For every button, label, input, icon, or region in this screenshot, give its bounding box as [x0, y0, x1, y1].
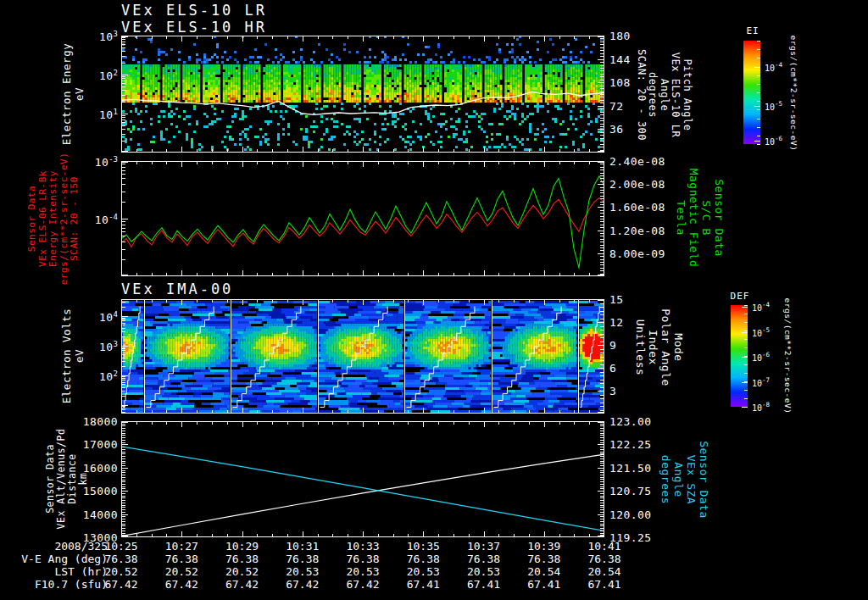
panel3-title: VEx IMA-00	[121, 282, 233, 297]
stat-value-0-1: 76.38	[156, 553, 207, 564]
colorbar-ei-minortick	[757, 101, 760, 102]
stat-value-1-8: 20.54	[579, 566, 630, 577]
stat-value-1-0: 20.52	[96, 566, 147, 577]
vex-quicklook-plot: VEx ELS-10 LR VEx ELS-10 HR VEx IMA-00 E…	[0, 0, 868, 600]
colorbar-def-majortick	[742, 307, 748, 308]
panel1-els-spectrogram-canvas	[121, 36, 604, 153]
colorbar-ei-minortick	[757, 41, 760, 42]
colorbar-def-minortick	[744, 398, 748, 399]
colorbar-ei-title: EI	[743, 26, 762, 36]
colorbar-def-majortick	[742, 382, 748, 383]
panel3-left-tick-0: 104	[99, 309, 118, 323]
colorbar-ei-majortick	[754, 141, 760, 142]
colorbar-def-minortick	[744, 322, 748, 323]
colorbar-def-minortick	[744, 331, 748, 331]
time-tick-label-5: 10:35	[398, 541, 448, 552]
panel1-left-tick-1: 102	[99, 68, 118, 81]
colorbar-ei-minortick	[757, 92, 760, 93]
colorbar-ei-minortick	[757, 127, 760, 128]
stat-value-0-7: 76.38	[519, 553, 570, 564]
stat-value-0-6: 76.38	[459, 553, 509, 564]
stat-value-2-1: 67.42	[156, 579, 207, 590]
panel4-right-tick-1: 122.25	[609, 439, 651, 450]
panel4-right-tick-2: 121.50	[609, 462, 651, 473]
time-tick-label-3: 10:31	[277, 541, 328, 552]
panel4-right-tick-3: 120.75	[609, 486, 651, 497]
panel1-left-tick-0: 103	[99, 29, 118, 42]
colorbar-ei-tick-label-2: 10-6	[765, 136, 782, 147]
stat-value-2-8: 67.41	[579, 579, 630, 590]
colorbar-ei-units: ergs/(cm**2-sr-sec-eV)	[789, 36, 798, 152]
stat-value-2-3: 67.42	[277, 579, 328, 590]
panel4-left-axis-label: Sensor Data VEx Alt/Venus/Pd Distance km	[45, 429, 89, 530]
colorbar-def-majortick	[742, 332, 748, 333]
stat-value-0-3: 76.38	[277, 553, 328, 564]
panel4-right-axis-label: Sensor Data VEx SZA Angle degrees	[659, 441, 710, 519]
colorbar-def-minortick	[744, 373, 748, 374]
panel1-right-axis-label: Pitch Angle VEx ELS-10 LR Angle degrees …	[635, 49, 693, 141]
colorbar-def-tick-label-3: 10-7	[752, 376, 770, 387]
panel1-left-axis-label: Electron Energy eV	[61, 43, 86, 145]
colorbar-ei-minortick	[757, 109, 760, 110]
stat-value-2-5: 67.41	[398, 579, 448, 590]
colorbar-def-minortick	[744, 314, 748, 314]
panel3-right-tick-2: 9	[609, 340, 616, 351]
panel2-left-tick-1: 10-4	[95, 212, 118, 225]
time-tick-label-6: 10:37	[459, 541, 509, 552]
colorbar-def-majortick	[742, 357, 748, 358]
panel3-right-tick-4: 3	[609, 386, 616, 397]
stat-value-1-7: 20.54	[519, 566, 570, 577]
date-label: 2008/325	[0, 541, 108, 552]
stat-row-label-2: F10.7 (sfu)	[0, 579, 108, 590]
panel3-left-axis-label: Electron Volts eV	[61, 308, 86, 403]
colorbar-ei-minortick	[757, 119, 760, 119]
panel2-right-tick-3: 1.20e-08	[609, 225, 665, 236]
time-tick-label-8: 10:41	[579, 541, 630, 552]
panel1-title-line2: VEx ELS-10 HR	[121, 20, 267, 35]
panel3-right-tick-3: 6	[609, 363, 616, 374]
time-tick-label-1: 10:27	[156, 541, 207, 552]
panel4-right-tick-4: 120.00	[609, 508, 651, 519]
time-tick-label-0: 10:25	[96, 541, 147, 552]
panel3-ima-spectrogram-canvas	[121, 299, 604, 414]
panel2-right-tick-0: 2.40e-08	[609, 156, 665, 167]
colorbar-ei-majortick	[754, 67, 760, 68]
panel3-left-tick-1: 103	[99, 339, 118, 353]
panel2-right-axis-label: Sensor Data S/C B Magnetic Field Tesla	[675, 169, 726, 268]
colorbar-def-minortick	[744, 364, 748, 365]
colorbar-ei-minortick	[757, 84, 760, 85]
stat-value-0-5: 76.38	[398, 553, 448, 564]
colorbar-ei-tick-label-0: 10-4	[765, 61, 782, 72]
panel2-right-tick-2: 1.60e-08	[609, 202, 665, 213]
panel2-left-axis-label: Sensor Data VEx ELS-06 LR-Bk Energy Inte…	[27, 153, 81, 286]
colorbar-ei-tick-label-1: 10-5	[765, 100, 782, 111]
time-tick-label-4: 10:33	[337, 541, 388, 552]
panel2-intensity-bfield-canvas	[121, 161, 604, 276]
stat-value-2-4: 67.42	[337, 579, 388, 590]
stat-value-1-2: 20.52	[217, 566, 268, 577]
time-tick-label-7: 10:39	[519, 541, 570, 552]
colorbar-ei-minortick	[757, 144, 760, 145]
panel3-right-axis-label: Mode Polar Angle Index Unitless	[634, 308, 685, 386]
stat-row-label-1: LST (hr)	[0, 566, 108, 577]
stat-value-0-0: 76.38	[96, 553, 147, 564]
panel4-left-tick-0: 18000	[83, 416, 118, 427]
colorbar-ei-minortick	[757, 136, 760, 136]
panel1-right-tick-3: 72	[609, 100, 623, 111]
panel4-right-tick-0: 123.00	[609, 416, 651, 427]
panel1-right-tick-1: 144	[609, 53, 631, 64]
stat-value-2-0: 67.42	[96, 579, 147, 590]
colorbar-ei-majortick	[754, 106, 760, 107]
colorbar-def-minortick	[744, 305, 748, 306]
colorbar-def-tick-label-1: 10-5	[752, 326, 770, 337]
stat-value-2-6: 67.41	[459, 579, 509, 590]
panel1-left-tick-2: 101	[99, 107, 118, 120]
stat-value-2-7: 67.41	[519, 579, 570, 590]
panel3-right-tick-0: 15	[609, 294, 623, 305]
colorbar-def-minortick	[744, 390, 748, 391]
colorbar-def-minortick	[744, 339, 748, 340]
stat-value-1-5: 20.53	[398, 566, 448, 577]
stat-value-0-8: 76.38	[579, 553, 630, 564]
colorbar-ei-minortick	[757, 75, 760, 76]
colorbar-def-minortick	[744, 347, 748, 348]
